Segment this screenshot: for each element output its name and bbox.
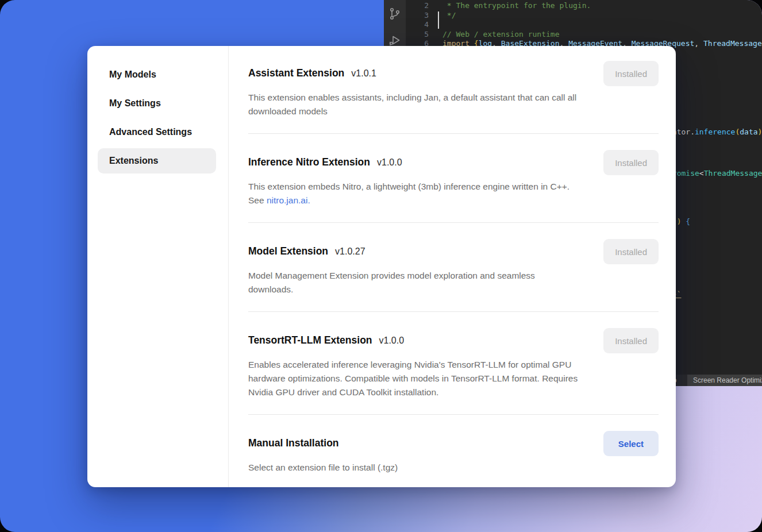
extension-titles: Inference Nitro Extensionv1.0.0 (248, 150, 402, 169)
extension-titles: Manual Installation (248, 431, 339, 450)
sidebar-item-my-settings[interactable]: My Settings (98, 91, 216, 116)
code-token: )) (758, 128, 762, 136)
extension-row: Inference Nitro Extensionv1.0.0Installed… (248, 150, 659, 207)
extension-version: v1.0.1 (351, 68, 376, 79)
extension-row: TensortRT-LLM Extensionv1.0.0InstalledEn… (248, 328, 659, 399)
row-divider (248, 311, 659, 312)
row-divider (248, 414, 659, 415)
code-token: // Web / extension runtime (442, 30, 560, 40)
row-divider (248, 222, 659, 223)
extension-description: This extension enables assistants, inclu… (248, 91, 580, 118)
extension-description: This extension embeds Nitro, a lightweig… (248, 180, 580, 207)
installed-button[interactable]: Installed (603, 328, 659, 353)
extension-header: Assistant Extensionv1.0.1Installed (248, 61, 659, 86)
desktop-background: 2 * The entrypoint for the plugin.3 */45… (0, 0, 762, 532)
code-fragment: Promise<ThreadMessage> (668, 169, 762, 178)
extension-title: Model Extension (248, 244, 328, 258)
select-button[interactable]: Select (603, 431, 659, 456)
extension-description: Enables accelerated inference leveraging… (248, 358, 580, 399)
extension-row: Manual InstallationSelectSelect an exten… (248, 431, 659, 475)
extension-row: Model Extensionv1.0.27InstalledModel Man… (248, 239, 659, 296)
source-control-icon[interactable] (388, 7, 402, 21)
installed-button[interactable]: Installed (603, 150, 659, 175)
line-number: 4 (406, 20, 442, 30)
screen-reader-status-item[interactable]: Screen Reader Optimized (687, 375, 762, 386)
extension-header: Model Extensionv1.0.27Installed (248, 239, 659, 264)
extension-title: Inference Nitro Extension (248, 155, 370, 169)
code-token: { (686, 217, 690, 226)
extension-titles: Model Extensionv1.0.27 (248, 239, 365, 258)
extension-version: v1.0.27 (335, 246, 365, 257)
extension-description: Select an extension file to install (.tg… (248, 461, 580, 475)
extension-version: v1.0.0 (379, 336, 405, 346)
code-token: */ (442, 11, 456, 21)
line-number: 3 (406, 11, 442, 21)
extension-title: TensortRT-LLM Extension (248, 333, 372, 347)
extension-row: Assistant Extensionv1.0.1InstalledThis e… (248, 61, 659, 118)
code-fragments: rator.inference(data));Promise<ThreadMes… (668, 0, 762, 386)
code-token: ThreadMessage (704, 169, 762, 178)
installed-button[interactable]: Installed (603, 239, 659, 264)
extension-title: Assistant Extension (248, 66, 344, 80)
extension-header: TensortRT-LLM Extensionv1.0.0Installed (248, 328, 659, 353)
settings-modal: My ModelsMy SettingsAdvanced SettingsExt… (87, 46, 676, 487)
extension-version: v1.0.0 (377, 157, 402, 168)
code-token: < (699, 169, 704, 178)
line-number: 5 (406, 30, 442, 40)
extension-titles: Assistant Extensionv1.0.1 (248, 61, 376, 80)
extension-description: Model Management Extension provides mode… (248, 269, 580, 296)
extension-titles: TensortRT-LLM Extensionv1.0.0 (248, 328, 404, 347)
sidebar-item-advanced-settings[interactable]: Advanced Settings (98, 119, 216, 145)
line-number: 2 (406, 1, 442, 11)
extension-title: Manual Installation (248, 436, 339, 450)
code-token: * The entrypoint for the plugin. (442, 1, 591, 11)
sidebar-item-my-models[interactable]: My Models (98, 62, 216, 87)
installed-button[interactable]: Installed (603, 61, 659, 86)
run-debug-icon[interactable] (388, 33, 402, 47)
sidebar-item-extensions[interactable]: Extensions (98, 148, 216, 174)
code-token: inference (695, 128, 735, 136)
extension-header: Inference Nitro Extensionv1.0.0Installed (248, 150, 659, 175)
extension-header: Manual InstallationSelect (248, 431, 659, 456)
settings-sidebar: My ModelsMy SettingsAdvanced SettingsExt… (87, 46, 229, 487)
nitro-jan-ai-link[interactable]: nitro.jan.ai. (267, 195, 310, 205)
editor-cursor (438, 11, 439, 29)
code-fragment: rator.inference(data)); (668, 128, 762, 137)
extensions-list: Assistant Extensionv1.0.1InstalledThis e… (229, 46, 676, 487)
code-token: data (740, 128, 757, 136)
row-divider (248, 133, 659, 134)
